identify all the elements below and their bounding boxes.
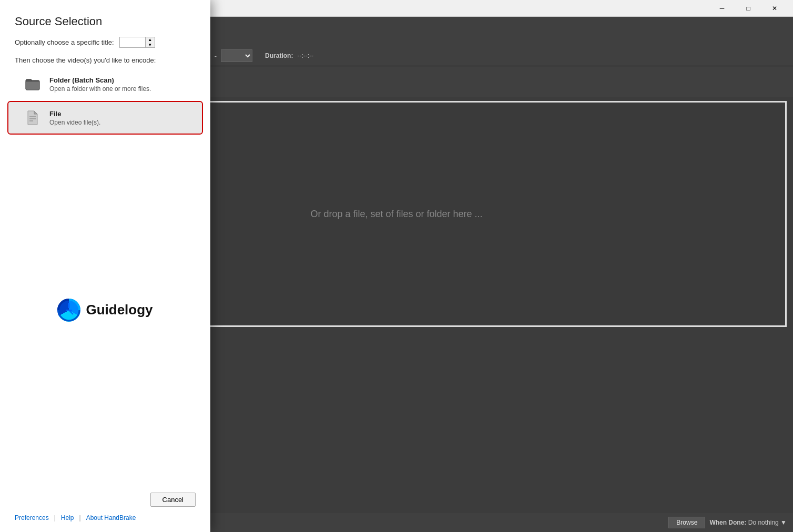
title-chooser-label: Optionally choose a specific title: — [15, 38, 114, 46]
range-end-select[interactable] — [221, 49, 252, 62]
close-button[interactable]: ✕ — [762, 0, 787, 17]
guidelogy-text: Guidelogy — [86, 302, 152, 318]
drop-zone-text: Or drop a file, set of files or folder h… — [310, 209, 482, 220]
folder-option[interactable]: Folder (Batch Scan) Open a folder with o… — [8, 68, 202, 100]
window-controls: ─ □ ✕ — [710, 0, 787, 17]
dialog-footer: Cancel Preferences | Help | About HandBr… — [0, 484, 210, 532]
when-done-value: Do nothing — [748, 519, 779, 526]
preferences-link[interactable]: Preferences — [15, 514, 49, 521]
when-done-chevron-icon[interactable]: ▼ — [780, 519, 787, 526]
watermark-area: Guidelogy — [0, 136, 210, 484]
link-sep-1: | — [54, 514, 56, 521]
file-option[interactable]: File Open video file(s). — [8, 102, 202, 134]
duration-label: Duration: — [265, 52, 293, 59]
maximize-button[interactable]: □ — [736, 0, 760, 17]
folder-icon — [23, 75, 42, 94]
cancel-button[interactable]: Cancel — [150, 493, 196, 507]
spin-up-button[interactable]: ▲ — [146, 37, 155, 43]
title-input[interactable] — [120, 37, 145, 47]
source-selection-dialog: Source Selection Optionally choose a spe… — [0, 0, 210, 532]
guidelogy-icon — [57, 299, 80, 322]
when-done-label: When Done: Do nothing ▼ — [709, 519, 787, 526]
svg-line-22 — [69, 310, 73, 314]
folder-option-title: Folder (Batch Scan) — [49, 76, 151, 84]
title-spinner: ▲ ▼ — [119, 37, 155, 48]
minimize-button[interactable]: ─ — [710, 0, 734, 17]
folder-option-info: Folder (Batch Scan) Open a folder with o… — [49, 76, 151, 93]
spin-buttons: ▲ ▼ — [145, 37, 155, 47]
duration-value: --:--:-- — [297, 52, 313, 59]
spin-down-button[interactable]: ▼ — [146, 43, 155, 48]
link-sep-2: | — [79, 514, 81, 521]
dialog-subtitle: Then choose the video(s) you'd like to e… — [0, 56, 210, 68]
file-option-desc: Open video file(s). — [49, 119, 100, 126]
dialog-links: Preferences | Help | About HandBrake — [15, 514, 196, 521]
help-link[interactable]: Help — [61, 514, 74, 521]
file-icon — [23, 108, 42, 127]
about-link[interactable]: About HandBrake — [86, 514, 136, 521]
folder-option-desc: Open a folder with one or more files. — [49, 85, 151, 93]
browse-button[interactable]: Browse — [668, 517, 705, 528]
file-option-title: File — [49, 110, 100, 118]
file-option-info: File Open video file(s). — [49, 110, 100, 126]
when-done-title: When Done: — [709, 519, 746, 526]
title-chooser-row: Optionally choose a specific title: ▲ ▼ — [0, 37, 210, 56]
dialog-title: Source Selection — [0, 0, 210, 37]
range-dash: - — [215, 52, 217, 60]
